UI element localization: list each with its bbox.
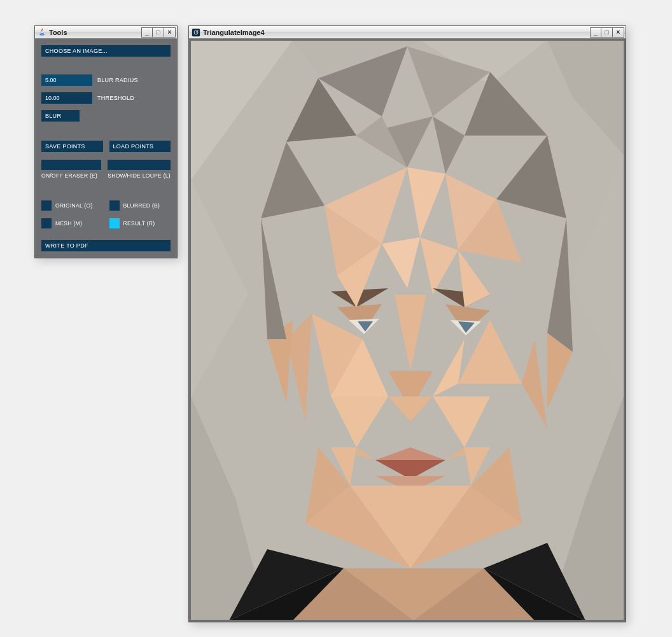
- choose-image-button[interactable]: CHOOSE AN IMAGE...: [41, 45, 171, 57]
- blur-button[interactable]: BLUR: [41, 110, 80, 122]
- blur-radius-label: BLUR RADIUS: [97, 77, 138, 83]
- tools-window: Tools _ □ × CHOOSE AN IMAGE... BLUR RADI…: [34, 25, 178, 258]
- close-button[interactable]: ×: [164, 27, 176, 38]
- triangulated-canvas[interactable]: [189, 39, 626, 622]
- tools-window-buttons: _ □ ×: [141, 27, 176, 38]
- close-icon: ×: [617, 29, 620, 36]
- eraser-toggle[interactable]: [41, 160, 101, 170]
- eraser-caption: ON/OFF ERASER (E): [41, 172, 101, 179]
- image-window: TriangulateImage4 _ □ ×: [188, 25, 626, 622]
- blurred-check-label: BLURRED (B): [123, 202, 160, 209]
- loupe-toggle[interactable]: [108, 160, 171, 170]
- maximize-icon: □: [605, 29, 608, 36]
- minimize-button[interactable]: _: [141, 27, 153, 38]
- processing-icon: [192, 28, 200, 37]
- minimize-button[interactable]: _: [590, 27, 601, 38]
- loupe-caption: SHOW/HIDE LOUPE (L): [108, 172, 171, 179]
- tools-titlebar[interactable]: Tools _ □ ×: [35, 26, 177, 39]
- minimize-icon: _: [594, 29, 598, 36]
- close-button[interactable]: ×: [613, 27, 624, 38]
- maximize-button[interactable]: □: [601, 27, 613, 38]
- write-pdf-button[interactable]: WRITE TO PDF: [41, 240, 171, 251]
- threshold-input[interactable]: [41, 92, 92, 104]
- java-icon: [38, 28, 46, 37]
- minimize-icon: _: [145, 29, 149, 36]
- tools-body: CHOOSE AN IMAGE... BLUR RADIUS THRESHOLD…: [35, 39, 177, 258]
- blurred-check[interactable]: [109, 200, 120, 211]
- result-check-label: RESULT (R): [123, 220, 155, 227]
- maximize-button[interactable]: □: [153, 27, 164, 38]
- save-points-button[interactable]: SAVE POINTS: [41, 141, 103, 152]
- blur-radius-input[interactable]: [41, 74, 92, 86]
- load-points-button[interactable]: LOAD POINTS: [109, 141, 171, 152]
- maximize-icon: □: [156, 29, 160, 36]
- original-check-label: ORIGINAL (O): [55, 202, 93, 209]
- mesh-check[interactable]: [41, 218, 52, 228]
- mesh-check-label: MESH (M): [55, 220, 82, 227]
- original-check[interactable]: [41, 200, 52, 211]
- result-check[interactable]: [109, 218, 120, 228]
- image-title: TriangulateImage4: [203, 29, 590, 36]
- threshold-label: THRESHOLD: [97, 95, 134, 101]
- image-titlebar[interactable]: TriangulateImage4 _ □ ×: [189, 26, 626, 39]
- image-window-buttons: _ □ ×: [590, 27, 624, 38]
- tools-title: Tools: [49, 29, 141, 36]
- close-icon: ×: [168, 29, 172, 36]
